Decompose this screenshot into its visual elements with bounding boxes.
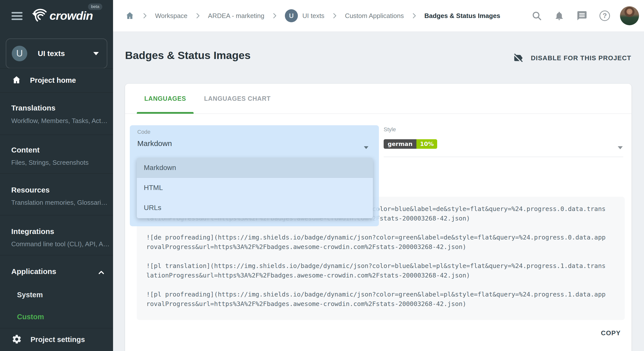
chevron-right-icon <box>141 12 149 20</box>
select-underline <box>384 157 623 157</box>
messages-chat-icon[interactable] <box>576 10 587 21</box>
hamburger-menu-icon[interactable] <box>12 12 23 20</box>
breadcrumb-project[interactable]: UI texts <box>302 12 324 20</box>
style-select-value: german 10% <box>384 139 623 149</box>
page-title: Badges & Status Images <box>125 49 251 62</box>
chevron-right-icon <box>194 12 202 20</box>
breadcrumb-project-avatar: U <box>285 9 298 22</box>
code-entry: ![de proofreading](https://img.shields.i… <box>146 233 607 252</box>
sidebar-item-label: Project settings <box>31 336 85 344</box>
breadcrumb-workspace[interactable]: Workspace <box>155 12 188 20</box>
section-title: Translations <box>11 104 56 112</box>
section-title: Resources <box>11 186 50 194</box>
project-name: UI texts <box>38 49 65 58</box>
project-avatar: U <box>12 46 27 61</box>
top-actions: ? <box>519 6 639 25</box>
badge-progress-value: 10% <box>416 139 437 149</box>
sidebar-item-custom[interactable]: Custom <box>17 313 44 321</box>
sidebar-item-label: Project home <box>30 76 76 84</box>
search-icon[interactable] <box>531 10 542 21</box>
section-subtitle: Translation memories, Glossari… <box>11 199 108 206</box>
help-icon[interactable]: ? <box>599 10 610 21</box>
tab-languages[interactable]: LANGUAGES <box>137 84 194 114</box>
chevron-right-icon <box>331 12 338 20</box>
crowdin-logo-text: crowdin <box>50 9 93 22</box>
sidebar-item-integrations[interactable]: Integrations Command line tool (CLI), AP… <box>0 215 113 255</box>
sidebar-item-content[interactable]: Content Files, Strings, Screenshots <box>0 135 113 174</box>
sidebar-item-resources[interactable]: Resources Translation memories, Glossari… <box>0 174 113 215</box>
code-select-menu: Markdown HTML URLs <box>137 158 373 218</box>
menu-option-html[interactable]: HTML <box>137 178 373 198</box>
status-badge-preview: german 10% <box>384 139 437 149</box>
chevron-up-icon[interactable] <box>97 268 106 278</box>
code-entry: ![pl translation](https://img.shields.io… <box>146 261 607 280</box>
badge-language-label: german <box>384 139 416 149</box>
sidebar-item-project-settings[interactable]: Project settings <box>0 328 113 351</box>
sidebar-item-applications[interactable]: Applications <box>11 267 56 276</box>
style-select-label: Style <box>384 126 623 133</box>
home-icon <box>12 75 22 86</box>
code-select-label: Code <box>137 129 151 135</box>
sidebar-item-project-home[interactable]: Project home <box>0 68 113 92</box>
menu-option-urls[interactable]: URLs <box>137 198 373 218</box>
section-title: Content <box>11 146 40 154</box>
tab-languages-chart[interactable]: LANGUAGES CHART <box>197 84 278 114</box>
crowdin-logo-icon <box>30 8 48 24</box>
crowdin-logo[interactable]: crowdin <box>30 8 93 24</box>
chevron-down-icon <box>618 146 623 149</box>
chevron-down-icon <box>364 146 368 149</box>
disable-button-label: DISABLE FOR THIS PROJECT <box>531 54 631 62</box>
code-entry: ![pl proofreading](https://img.shields.i… <box>146 290 607 309</box>
project-selector[interactable]: U UI texts <box>6 38 107 68</box>
breadcrumb-project-group[interactable]: ARDEA - marketing <box>208 12 264 20</box>
top-bar: Workspace ARDEA - marketing U UI texts C… <box>113 0 644 32</box>
section-subtitle: Workflow, Members, Tasks, Act… <box>11 117 108 125</box>
section-title: Integrations <box>11 227 54 236</box>
disable-for-project-button[interactable]: DISABLE FOR THIS PROJECT <box>513 53 631 63</box>
tab-bar: LANGUAGES LANGUAGES CHART <box>125 84 631 114</box>
breadcrumb-home-icon[interactable] <box>125 11 135 20</box>
sidebar-header: crowdin beta <box>0 0 113 32</box>
badges-card: LANGUAGES LANGUAGES CHART Style german 1… <box>125 84 631 351</box>
section-subtitle: Files, Strings, Screenshots <box>11 159 89 166</box>
copy-button[interactable]: COPY <box>601 329 621 337</box>
chevron-down-icon <box>93 52 99 55</box>
breadcrumb-custom-applications[interactable]: Custom Applications <box>345 12 404 20</box>
breadcrumb-current-page: Badges & Status Images <box>424 12 500 20</box>
chevron-right-icon <box>410 12 418 20</box>
beta-badge: beta <box>88 4 102 10</box>
gear-icon <box>12 334 22 346</box>
sidebar-item-system[interactable]: System <box>17 291 43 299</box>
code-select-value: Markdown <box>137 139 172 148</box>
menu-option-markdown[interactable]: Markdown <box>137 158 373 178</box>
chevron-right-icon <box>271 12 278 20</box>
label-off-icon <box>513 53 523 63</box>
notifications-bell-icon[interactable] <box>554 10 564 21</box>
section-subtitle: Command line tool (CLI), API, A… <box>11 240 110 248</box>
user-avatar[interactable] <box>620 6 639 25</box>
sidebar: crowdin beta U UI texts Project home Tra… <box>0 0 113 351</box>
main-content: Badges & Status Images DISABLE FOR THIS … <box>113 32 644 351</box>
style-select[interactable]: Style german 10% <box>384 126 623 149</box>
breadcrumb: Workspace ARDEA - marketing U UI texts C… <box>125 9 500 22</box>
sidebar-section-applications: Applications System Custom <box>0 255 113 328</box>
sidebar-item-translations[interactable]: Translations Workflow, Members, Tasks, A… <box>0 92 113 135</box>
